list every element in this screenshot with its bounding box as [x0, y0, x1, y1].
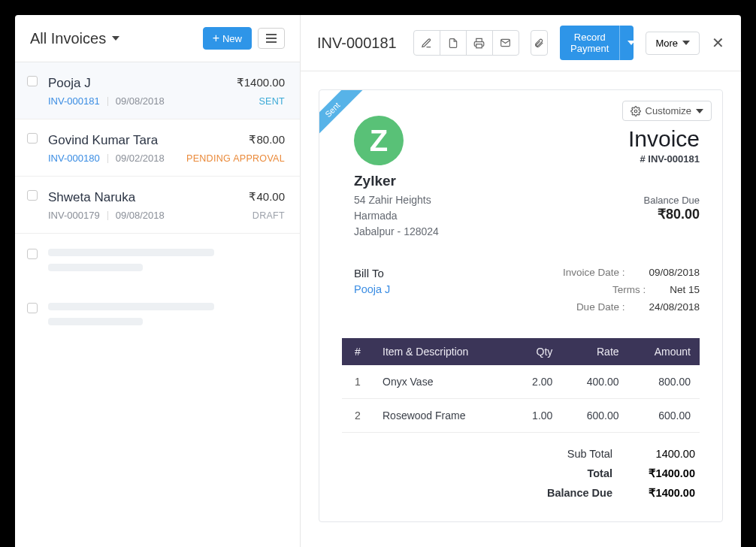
item-checkbox[interactable]	[27, 76, 38, 86]
email-button[interactable]	[492, 30, 519, 56]
invoice-meta: Invoice Date :09/08/2018 Terms :Net 15 D…	[557, 267, 700, 319]
attach-button[interactable]	[531, 30, 548, 56]
hamburger-icon	[266, 34, 277, 43]
item-checkbox[interactable]	[27, 190, 38, 201]
document-number: # INV-000181	[628, 153, 700, 165]
page-title: All Invoices	[30, 30, 106, 47]
detail-title: INV-000181	[317, 35, 397, 52]
billto-customer-link[interactable]: Pooja J	[354, 283, 390, 295]
record-payment-split-button: Record Payment	[560, 26, 634, 60]
invoice-list-panel: All Invoices + New Pooja J ₹1400.00	[15, 15, 301, 547]
record-payment-button[interactable]: Record Payment	[560, 26, 619, 60]
list-item-placeholder	[15, 234, 300, 288]
svg-point-2	[634, 110, 637, 113]
sidebar-header: All Invoices + New	[15, 15, 300, 62]
list-filter-dropdown[interactable]: All Invoices	[30, 30, 119, 47]
col-amount: Amount	[628, 338, 700, 365]
company-logo: Z	[354, 116, 404, 165]
pencil-icon	[421, 38, 432, 49]
print-button[interactable]	[466, 30, 493, 56]
col-desc: Item & Description	[373, 338, 511, 365]
balance-value: ₹80.00	[628, 206, 700, 222]
item-checkbox[interactable]	[27, 133, 38, 144]
invoice-date: 09/08/2018	[116, 210, 165, 221]
customer-name: Govind Kumar Tara	[48, 133, 158, 148]
company-name: Zylker	[354, 173, 439, 189]
status-badge: PENDING APPROVAL	[186, 153, 285, 164]
list-item[interactable]: Pooja J ₹1400.00 INV-000181 09/08/2018 S…	[15, 62, 300, 119]
item-checkbox[interactable]	[27, 303, 38, 313]
detail-header: INV-000181 Record	[301, 15, 741, 71]
col-qty: Qty	[511, 338, 562, 365]
table-row: 1 Onyx Vase 2.00 400.00 800.00	[342, 365, 700, 399]
invoice-amount: ₹80.00	[249, 133, 285, 147]
mail-icon	[500, 38, 511, 48]
paperclip-icon	[534, 38, 544, 49]
more-menu-button[interactable]: More	[646, 32, 700, 55]
list-options-button[interactable]	[258, 28, 285, 49]
invoice-number: INV-000181	[48, 95, 100, 107]
billto-label: Bill To	[354, 267, 390, 280]
list-item[interactable]: Shweta Naruka ₹40.00 INV-000179 09/08/20…	[15, 177, 300, 234]
plus-icon: +	[213, 32, 219, 44]
customer-name: Pooja J	[48, 76, 91, 91]
customize-button[interactable]: Customize	[622, 101, 712, 121]
invoice-document: Sent Customize Z Zylker 54 Zahir Heights…	[319, 89, 723, 522]
balance-label: Balance Due	[628, 195, 700, 206]
invoice-detail-panel: INV-000181 Record	[301, 15, 741, 547]
invoice-number: INV-000180	[48, 153, 100, 164]
item-checkbox[interactable]	[27, 249, 38, 259]
line-items-table: # Item & Description Qty Rate Amount 1 O…	[342, 338, 700, 433]
col-rate: Rate	[561, 338, 627, 365]
col-num: #	[342, 338, 373, 365]
invoice-amount: ₹1400.00	[237, 76, 285, 89]
status-badge: SENT	[259, 96, 285, 107]
totals: Sub Total1400.00 Total₹1400.00 Balance D…	[342, 448, 700, 499]
close-button[interactable]: ✕	[712, 34, 724, 52]
invoice-list: Pooja J ₹1400.00 INV-000181 09/08/2018 S…	[15, 62, 300, 547]
caret-down-icon	[112, 36, 119, 41]
invoice-amount: ₹40.00	[249, 190, 285, 204]
new-invoice-button[interactable]: + New	[203, 27, 252, 50]
record-payment-dropdown[interactable]	[619, 26, 634, 60]
invoice-date: 09/02/2018	[116, 153, 165, 164]
svg-rect-0	[476, 44, 482, 47]
status-badge: DRAFT	[253, 210, 285, 221]
caret-down-icon	[682, 41, 690, 45]
company-address-line: Jabalpur - 128024	[354, 224, 439, 240]
customer-name: Shweta Naruka	[48, 190, 135, 205]
gear-icon	[631, 106, 641, 116]
document-heading: Invoice	[628, 126, 700, 152]
company-address-line: Harmada	[354, 208, 439, 224]
list-item[interactable]: Govind Kumar Tara ₹80.00 INV-000180 09/0…	[15, 119, 300, 177]
table-row: 2 Rosewood Frame 1.00 600.00 600.00	[342, 399, 700, 433]
list-item-placeholder	[15, 288, 300, 342]
invoice-number: INV-000179	[48, 210, 100, 221]
printer-icon	[473, 38, 485, 49]
caret-down-icon	[696, 109, 703, 113]
edit-button[interactable]	[413, 30, 440, 56]
file-icon	[448, 38, 458, 49]
pdf-button[interactable]	[440, 30, 467, 56]
company-address-line: 54 Zahir Heights	[354, 192, 439, 208]
caret-down-icon	[627, 41, 634, 45]
inline-actions	[413, 30, 519, 56]
invoice-date: 09/08/2018	[116, 95, 165, 107]
